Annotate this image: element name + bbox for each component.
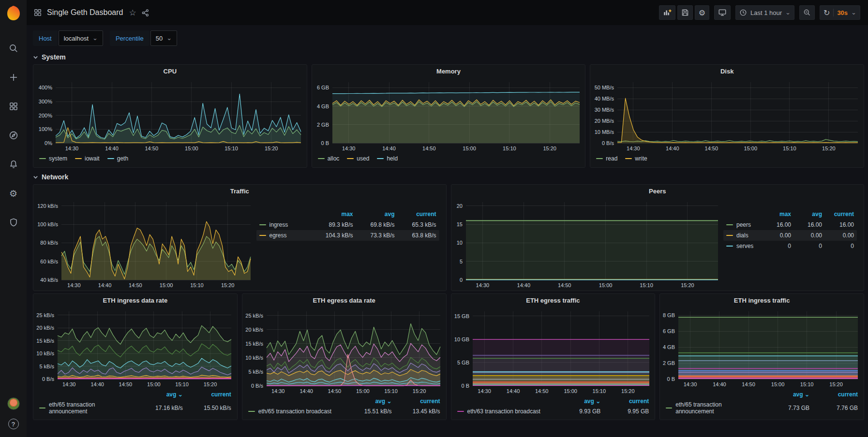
cpu-chart[interactable]: 0%100%200%300%400%14:3014:4014:5015:0015…: [33, 78, 307, 154]
legend-item[interactable]: used: [347, 155, 369, 162]
svg-text:40 kB/s: 40 kB/s: [40, 277, 58, 283]
panel-disk: Disk 0 B/s10 MB/s20 MB/s30 MB/s40 MB/s50…: [590, 64, 864, 168]
grafana-logo[interactable]: [5, 5, 22, 21]
svg-text:15:00: 15:00: [185, 146, 198, 151]
user-avatar[interactable]: [7, 397, 20, 410]
panel-tools-group: ⚙: [659, 5, 709, 20]
panel-title[interactable]: ETH ingress traffic: [660, 294, 864, 307]
help-icon[interactable]: ?: [8, 419, 19, 429]
legend-row-peers: peers 16.00 16.00 16.00: [723, 219, 857, 230]
panel-title[interactable]: ETH egress data rate: [242, 294, 446, 307]
svg-text:10 MB/s: 10 MB/s: [595, 129, 614, 135]
svg-text:14:30: 14:30: [65, 146, 79, 151]
eth-ingress-rate-chart[interactable]: 0 B/s5 kB/s10 kB/s15 kB/s20 kB/s25 kB/s1…: [33, 307, 237, 390]
disk-chart[interactable]: 0 B/s10 MB/s20 MB/s30 MB/s40 MB/s50 MB/s…: [590, 78, 864, 154]
panel-title[interactable]: Peers: [451, 185, 864, 198]
refresh-button[interactable]: ↻ 30s ⌄: [820, 5, 860, 20]
zoom-out-button[interactable]: [799, 5, 815, 20]
svg-text:15:10: 15:10: [783, 146, 796, 151]
svg-text:10: 10: [456, 240, 462, 246]
alerting-bell-icon[interactable]: [8, 159, 19, 170]
grafana-app: ⚙ ? Single Geth Dasboard ☆: [0, 0, 868, 437]
eth-egress-rate-chart[interactable]: 0 B/s5 kB/s10 kB/s15 kB/s20 kB/s25 kB/s1…: [242, 307, 446, 396]
panel-peers: Peers 0510152014:3014:4014:5015:0015:101…: [451, 184, 865, 291]
server-admin-shield-icon[interactable]: [8, 217, 19, 228]
svg-text:0 B: 0 B: [667, 376, 675, 382]
share-icon[interactable]: [141, 9, 150, 17]
svg-text:14:30: 14:30: [627, 146, 640, 151]
host-variable-label[interactable]: Host: [33, 30, 58, 46]
create-plus-icon[interactable]: [8, 72, 19, 83]
chevron-down-icon: ⌄: [92, 36, 98, 40]
panel-eth-egress-data-rate: ETH egress data rate 0 B/s5 kB/s10 kB/s1…: [242, 293, 447, 420]
legend-item[interactable]: held: [377, 155, 398, 162]
collapse-chevron-icon: [33, 175, 38, 180]
svg-text:15:20: 15:20: [413, 388, 426, 394]
apps-grid-icon[interactable]: [33, 8, 42, 17]
legend-item[interactable]: geth: [107, 155, 128, 162]
percentile-variable-select[interactable]: 50 ⌄: [150, 30, 177, 46]
eth-ingress-rate-legend: avg ⌄ current eth/65 transaction announc…: [33, 390, 237, 420]
svg-text:15:10: 15:10: [592, 388, 606, 394]
svg-text:5 kB/s: 5 kB/s: [39, 364, 54, 369]
eth-ingress-traffic-chart[interactable]: 0 B2 GB4 GB6 GB8 GB14:3014:4014:5015:001…: [660, 307, 864, 390]
explore-compass-icon[interactable]: [8, 130, 19, 141]
legend-item[interactable]: alloc: [318, 155, 340, 162]
legend-item[interactable]: read: [596, 155, 617, 162]
legend-item[interactable]: write: [625, 155, 647, 162]
svg-text:14:40: 14:40: [90, 381, 104, 387]
eth-egress-traffic-legend: avg ⌄ current eth/63 transaction broadca…: [451, 396, 655, 420]
divider: [833, 9, 834, 16]
svg-text:5 kB/s: 5 kB/s: [248, 369, 263, 375]
dashboard-settings-button[interactable]: ⚙: [695, 5, 709, 20]
panel-title[interactable]: ETH egress traffic: [451, 294, 655, 307]
svg-text:14:30: 14:30: [342, 146, 356, 151]
svg-text:15:10: 15:10: [384, 388, 398, 394]
svg-text:14:50: 14:50: [129, 282, 142, 288]
legend-item[interactable]: system: [39, 155, 67, 162]
panel-title[interactable]: CPU: [33, 65, 307, 78]
eth-egress-traffic-chart[interactable]: 0 B5 GB10 GB15 GB14:3014:4014:5015:0015:…: [451, 307, 655, 396]
panel-title[interactable]: Traffic: [33, 185, 446, 198]
row-header-network[interactable]: Network: [33, 170, 864, 184]
dashboard-title[interactable]: Single Geth Dasboard: [47, 8, 123, 17]
svg-text:14:50: 14:50: [535, 388, 548, 394]
percentile-variable: Percentile 50 ⌄: [110, 30, 177, 46]
svg-text:6 GB: 6 GB: [663, 328, 675, 334]
panel-title[interactable]: Memory: [312, 65, 585, 78]
svg-text:15:10: 15:10: [175, 381, 189, 387]
peers-chart[interactable]: 0510152014:3014:4014:5015:0015:1015:20: [451, 198, 724, 291]
svg-text:14:40: 14:40: [666, 146, 679, 151]
add-panel-button[interactable]: [659, 5, 675, 20]
panel-title[interactable]: ETH ingress data rate: [33, 294, 237, 307]
host-variable-select[interactable]: localhost ⌄: [59, 30, 103, 46]
panel-eth-egress-traffic: ETH egress traffic 0 B5 GB10 GB15 GB14:3…: [451, 293, 656, 420]
svg-text:14:50: 14:50: [422, 146, 436, 151]
star-icon[interactable]: ☆: [129, 9, 136, 17]
svg-text:30 MB/s: 30 MB/s: [595, 107, 614, 113]
svg-text:15:20: 15:20: [830, 381, 843, 387]
search-icon[interactable]: [8, 43, 19, 54]
svg-text:15:20: 15:20: [822, 146, 836, 151]
legend-row: eth/65 transaction broadcast 15.51 kB/s …: [248, 408, 440, 415]
traffic-chart[interactable]: 40 kB/s60 kB/s80 kB/s100 kB/s120 kB/s14:…: [33, 198, 256, 291]
time-range-picker[interactable]: Last 1 hour ⌄: [735, 5, 794, 20]
configuration-gear-icon[interactable]: ⚙: [8, 188, 19, 199]
memory-chart[interactable]: 0 B2 GB4 GB6 GB14:3014:4014:5015:0015:10…: [312, 78, 585, 154]
svg-text:15:20: 15:20: [221, 282, 235, 288]
percentile-variable-label[interactable]: Percentile: [110, 30, 150, 46]
svg-text:50 MB/s: 50 MB/s: [595, 85, 614, 90]
save-dashboard-button[interactable]: [677, 5, 693, 20]
row-header-system[interactable]: System: [33, 50, 864, 64]
svg-text:15:10: 15:10: [640, 282, 653, 288]
svg-text:14:40: 14:40: [517, 282, 530, 288]
legend-header-row: avg ⌄ current: [39, 390, 231, 401]
svg-text:15:20: 15:20: [204, 381, 217, 387]
legend-header-row: max avg current: [256, 209, 439, 219]
sidebar-bottom: ?: [7, 397, 20, 437]
svg-text:14:30: 14:30: [476, 282, 489, 288]
cycle-view-mode-button[interactable]: [714, 5, 731, 20]
legend-item[interactable]: iowait: [75, 155, 100, 162]
panel-title[interactable]: Disk: [590, 65, 864, 78]
dashboards-icon[interactable]: [8, 101, 19, 112]
